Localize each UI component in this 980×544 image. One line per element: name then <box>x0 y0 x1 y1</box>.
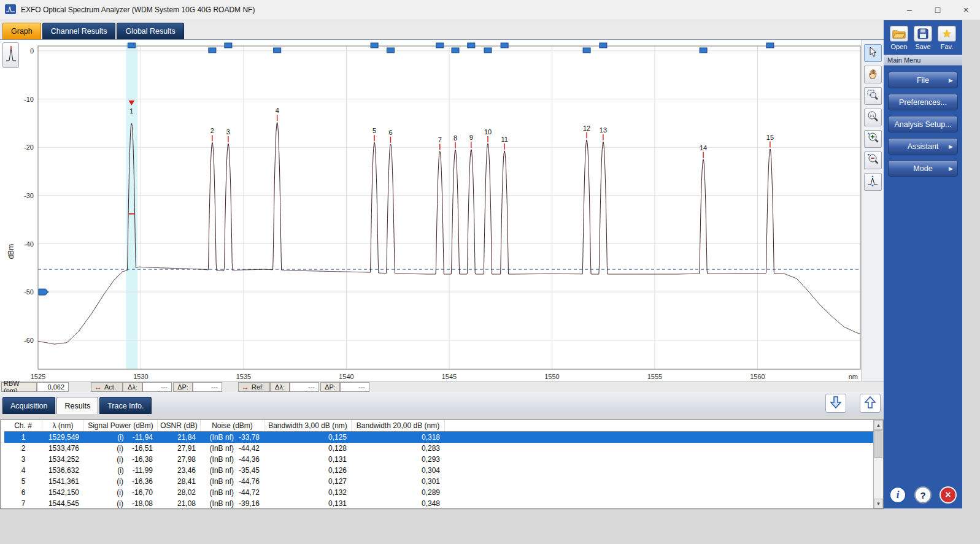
tab-global-results[interactable]: Global Results <box>117 23 183 39</box>
active-delta-lambda-label: Δλ: <box>123 382 142 392</box>
column-header[interactable]: Noise (dBm) <box>201 420 264 431</box>
main-menu-header: Main Menu <box>884 55 962 66</box>
info-button[interactable]: i <box>889 486 906 504</box>
tab-trace-info[interactable]: Trace Info. <box>99 397 152 414</box>
minimize-button[interactable]: – <box>895 0 924 20</box>
reference-trace-label: Ref. <box>252 383 264 391</box>
restore-button[interactable]: □ <box>924 0 952 20</box>
scroll-down-button[interactable]: ▼ <box>874 499 883 508</box>
column-header[interactable]: Bandwidth 20,00 dB (nm) <box>352 420 445 431</box>
open-button[interactable]: Open <box>890 26 908 50</box>
table-row[interactable]: 41536,632(i)-11,9923,46(InB nf)-35,450,1… <box>4 465 873 476</box>
channel-grid-marker <box>436 43 444 48</box>
close-window-button[interactable]: × <box>952 0 980 20</box>
menu-item-analysis-setup[interactable]: Analysis Setup... <box>888 116 958 132</box>
tab-results[interactable]: Results <box>56 397 98 414</box>
column-header[interactable]: OSNR (dB) <box>158 420 201 431</box>
cell-channel: 3 <box>4 454 42 465</box>
svg-text:1545: 1545 <box>442 373 457 380</box>
channel-number-label: 7 <box>438 136 442 144</box>
cell-signal-power: (i)-18,08 <box>84 498 158 508</box>
window-controls: – □ × <box>895 0 980 20</box>
table-row[interactable]: 31534,252(i)-16,3827,98(InB nf)-44,360,1… <box>4 454 873 465</box>
pan-tool-button[interactable] <box>864 66 882 83</box>
cell-bandwidth-3db: 0,125 <box>264 432 352 443</box>
svg-text:-40: -40 <box>24 240 34 248</box>
collapse-panel-button[interactable] <box>825 394 846 413</box>
zoom-selection-tool-button[interactable] <box>864 87 882 105</box>
app-window: EXFO Optical Spectrum Analyzer (WDM Syst… <box>0 0 980 544</box>
svg-text:1550: 1550 <box>544 373 559 380</box>
channel-number-label: 15 <box>766 134 774 141</box>
svg-text:1:1: 1:1 <box>870 114 874 118</box>
reference-delta-power-value: --- <box>340 382 369 392</box>
window-edge <box>962 20 980 544</box>
reference-delta-lambda-label: Δλ: <box>270 382 290 392</box>
channel-grid-marker <box>484 48 492 53</box>
favorites-button[interactable]: ★ Fav. <box>938 26 956 50</box>
expand-panel-button[interactable] <box>860 394 881 413</box>
cell-noise: (InB nf)-44,76 <box>201 476 264 487</box>
cell-bandwidth-20db: 0,348 <box>352 498 445 508</box>
exit-button[interactable]: × <box>939 486 957 504</box>
cell-bandwidth-20db: 0,289 <box>352 487 445 498</box>
cell-osnr: 27,98 <box>158 454 201 465</box>
menu-item-mode[interactable]: Mode ▶ <box>888 160 958 177</box>
menu-item-mode-label: Mode <box>913 164 932 173</box>
submenu-arrow-icon: ▶ <box>949 144 953 150</box>
cell-bandwidth-20db: 0,293 <box>352 454 445 465</box>
table-row[interactable]: 11529,549(i)-11,9421,84(InB nf)-33,780,1… <box>4 432 873 443</box>
channel-grid-marker <box>371 43 378 48</box>
graph-area: 152515301535154015451550155515600-10-20-… <box>0 40 884 381</box>
active-trace-chip[interactable]: ↔ Act. <box>91 382 123 392</box>
menu-item-assistant[interactable]: Assistant ▶ <box>888 138 958 155</box>
cell-bandwidth-3db: 0,132 <box>264 487 352 498</box>
svg-text:1555: 1555 <box>647 373 662 380</box>
select-tool-button[interactable] <box>864 44 882 62</box>
table-row[interactable]: 21533,476(i)-16,5127,91(InB nf)-44,420,1… <box>4 443 873 454</box>
column-header[interactable]: Ch. # <box>4 420 42 431</box>
zoom-1-1-tool-button[interactable]: 1:1 <box>864 109 882 126</box>
channel-grid-marker <box>274 48 281 53</box>
scroll-up-button[interactable]: ▲ <box>874 420 883 430</box>
y-axis-label: dBm <box>7 239 15 264</box>
tab-acquisition[interactable]: Acquisition <box>2 397 55 414</box>
save-button-label: Save <box>915 43 930 50</box>
scroll-thumb[interactable] <box>874 430 882 458</box>
reference-trace-chip[interactable]: ↔ Ref. <box>238 382 270 392</box>
zoom-1-1-icon: 1:1 <box>866 110 879 125</box>
rbw-value[interactable]: 0,062 <box>37 382 69 392</box>
zoom-in-icon <box>866 132 879 146</box>
table-row[interactable]: 61542,150(i)-16,7028,02(InB nf)-44,720,1… <box>4 487 873 498</box>
cell-channel: 7 <box>4 498 42 508</box>
help-button[interactable]: ? <box>914 486 932 504</box>
column-header[interactable]: λ (nm) <box>42 420 84 431</box>
save-button[interactable]: Save <box>914 26 932 50</box>
auto-scale-tool-button[interactable] <box>864 173 882 191</box>
menu-item-preferences[interactable]: Preferences... <box>888 94 958 110</box>
table-row[interactable]: 71544,545(i)-18,0821,08(InB nf)-39,160,1… <box>4 498 873 508</box>
zoom-in-tool-button[interactable] <box>864 130 882 148</box>
column-header[interactable]: Bandwidth 3,00 dB (nm) <box>264 420 352 431</box>
cell-wavelength: 1536,632 <box>42 465 84 476</box>
marker-tool-button[interactable] <box>2 42 19 68</box>
zoom-out-tool-button[interactable] <box>864 151 882 169</box>
menu-item-preferences-label: Preferences... <box>899 98 947 107</box>
table-scrollbar[interactable]: ▲ ▼ <box>873 420 883 508</box>
column-header[interactable]: Signal Power (dBm) <box>84 420 158 431</box>
zoom-selection-icon <box>866 89 879 103</box>
cell-noise: (InB nf)-39,16 <box>201 498 264 508</box>
lower-tabs: Acquisition Results Trace Info. <box>0 392 884 414</box>
cell-osnr: 23,46 <box>158 465 201 476</box>
table-row[interactable]: 51541,361(i)-16,3628,41(InB nf)-44,760,1… <box>4 476 873 487</box>
spectrum-plot[interactable]: 152515301535154015451550155515600-10-20-… <box>0 40 861 381</box>
channel-number-label: 13 <box>600 126 607 134</box>
cell-wavelength: 1534,252 <box>42 454 84 465</box>
zoom-out-icon <box>866 153 879 167</box>
svg-text:-30: -30 <box>24 192 34 199</box>
menu-item-file[interactable]: File ▶ <box>888 72 958 88</box>
view-tabs: Graph Channel Results Global Results <box>0 20 884 40</box>
tab-channel-results[interactable]: Channel Results <box>42 23 116 39</box>
tab-graph[interactable]: Graph <box>2 23 41 39</box>
favorites-button-label: Fav. <box>941 43 954 50</box>
